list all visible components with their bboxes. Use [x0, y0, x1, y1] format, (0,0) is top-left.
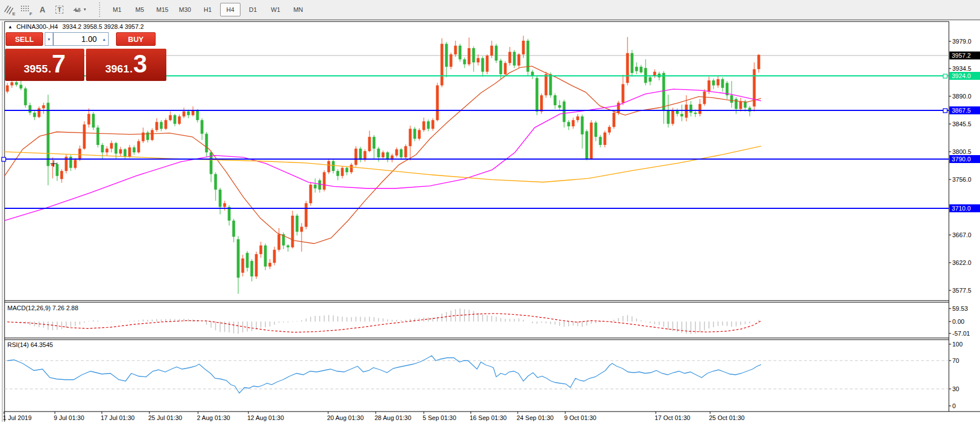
- candle-body: [595, 123, 598, 137]
- timeframe-H4[interactable]: H4: [220, 3, 240, 16]
- rsi-tick-label: 70: [952, 357, 959, 364]
- date-label: 1 Jul 2019: [3, 414, 32, 421]
- timeframe-H1[interactable]: H1: [197, 3, 218, 16]
- arrows-icon[interactable]: [68, 3, 90, 16]
- panel-collapse-arrow[interactable]: ▲: [8, 24, 12, 29]
- candle-body: [432, 120, 435, 129]
- equidistant-channel-icon[interactable]: E: [1, 3, 16, 16]
- timeframe-M15[interactable]: M15: [152, 3, 173, 16]
- candle-body: [92, 114, 95, 127]
- macd-tick-label: 0.00: [952, 318, 964, 325]
- candle-body: [219, 190, 222, 207]
- volume-increase-button[interactable]: ▲: [100, 32, 109, 46]
- candle-body: [178, 117, 181, 124]
- level-handle: [943, 74, 947, 78]
- candle-body: [337, 171, 339, 176]
- timeframe-D1[interactable]: D1: [243, 3, 263, 16]
- rsi-label: RSI(14) 64.3545: [7, 341, 53, 348]
- candle-body: [563, 101, 566, 122]
- candle-body: [310, 185, 312, 203]
- timeframe-M1[interactable]: M1: [107, 3, 127, 16]
- symbol-period-label: CHINA300-,H4: [16, 23, 58, 30]
- candle-body: [291, 216, 294, 247]
- candle-body: [106, 149, 109, 153]
- candle-body: [631, 53, 634, 73]
- text-label-icon[interactable]: T: [51, 3, 67, 16]
- candle-body: [744, 101, 747, 108]
- candle-body: [690, 105, 693, 113]
- buy-quote-tile[interactable]: 3961.3: [86, 49, 166, 81]
- candle-body: [740, 101, 742, 109]
- candle-body: [667, 110, 670, 124]
- chart-title: ▲ CHINA300-,H4 3934.2 3958.5 3928.4 3957…: [8, 23, 144, 30]
- price-tick-label: 3979.0: [952, 38, 972, 45]
- level-handle: [943, 109, 947, 113]
- volume-decrease-button[interactable]: ▼: [45, 32, 53, 46]
- one-click-trading-panel: SELL ▼ ▲ BUY 3955.7 3961.3: [6, 32, 166, 82]
- candle-body: [133, 147, 136, 152]
- candle-body: [341, 168, 344, 176]
- date-label: 25 Oct 01:30: [709, 414, 745, 421]
- candle-body: [223, 203, 226, 207]
- candle-body: [554, 95, 557, 105]
- candle-body: [590, 123, 593, 159]
- candle-body: [305, 203, 308, 227]
- candle-body: [11, 82, 14, 85]
- timeframe-MN[interactable]: MN: [288, 3, 308, 16]
- date-label: 5 Sep 01:30: [423, 414, 456, 421]
- ohlc-values: 3934.2 3958.5 3928.4 3957.2: [62, 23, 144, 30]
- candle-body: [183, 112, 186, 117]
- candle-body: [242, 259, 244, 273]
- volume-input[interactable]: [53, 32, 100, 46]
- candle-body: [581, 117, 584, 135]
- timeframe-group: M1M5M15M30H1H4D1W1MN: [106, 3, 310, 16]
- text-icon[interactable]: A: [35, 3, 50, 16]
- timeframe-W1[interactable]: W1: [265, 3, 286, 16]
- candle-body: [730, 95, 733, 102]
- candle-body: [712, 80, 715, 85]
- candle-body: [753, 69, 756, 106]
- candle-body: [255, 254, 258, 276]
- buy-button[interactable]: BUY: [116, 32, 156, 46]
- candle-body: [472, 48, 475, 62]
- candle-body: [504, 63, 507, 74]
- fibonacci-retracement-icon[interactable]: F: [18, 3, 33, 16]
- candle-body: [42, 105, 45, 108]
- candle-body: [56, 164, 59, 176]
- candle-body: [635, 67, 638, 71]
- candle-body: [454, 46, 457, 54]
- candle-body: [500, 61, 502, 74]
- candle-body: [717, 79, 720, 85]
- candle-body: [568, 122, 570, 126]
- candle-body: [377, 149, 380, 157]
- macd-tick-label: 59.53: [952, 305, 968, 312]
- candle-body: [477, 58, 480, 63]
- timeframe-M5[interactable]: M5: [130, 3, 150, 16]
- candle-body: [174, 115, 177, 123]
- timeframe-M30[interactable]: M30: [175, 3, 195, 16]
- candle-body: [70, 157, 72, 168]
- candle-body: [151, 130, 154, 140]
- candle-body: [654, 72, 656, 76]
- date-label: 24 Sep 01:30: [517, 414, 553, 421]
- price-tick-label: 3890.0: [952, 93, 972, 100]
- candle-body: [6, 85, 9, 92]
- price-tick-label: 3577.5: [952, 287, 972, 294]
- candle-body: [558, 105, 561, 108]
- candle-body: [169, 115, 172, 120]
- candle-body: [79, 149, 81, 160]
- candle-body: [531, 72, 534, 76]
- sell-quote-tile[interactable]: 3955.7: [5, 49, 84, 81]
- sell-button[interactable]: SELL: [6, 32, 43, 46]
- terminal-window: E F A T M1M5M15M30H1H4D1W1MN ▲ CHINA300-…: [0, 0, 980, 424]
- candle-body: [300, 227, 303, 232]
- candle-body: [468, 48, 471, 64]
- last-price-tag: 3957.2: [949, 52, 980, 59]
- candle-body: [314, 185, 317, 189]
- candle-body: [436, 85, 439, 120]
- candle-body: [137, 141, 140, 152]
- candle-body: [459, 46, 462, 59]
- candle-body: [513, 52, 516, 66]
- candle-body: [418, 130, 421, 139]
- candle-body: [572, 120, 575, 126]
